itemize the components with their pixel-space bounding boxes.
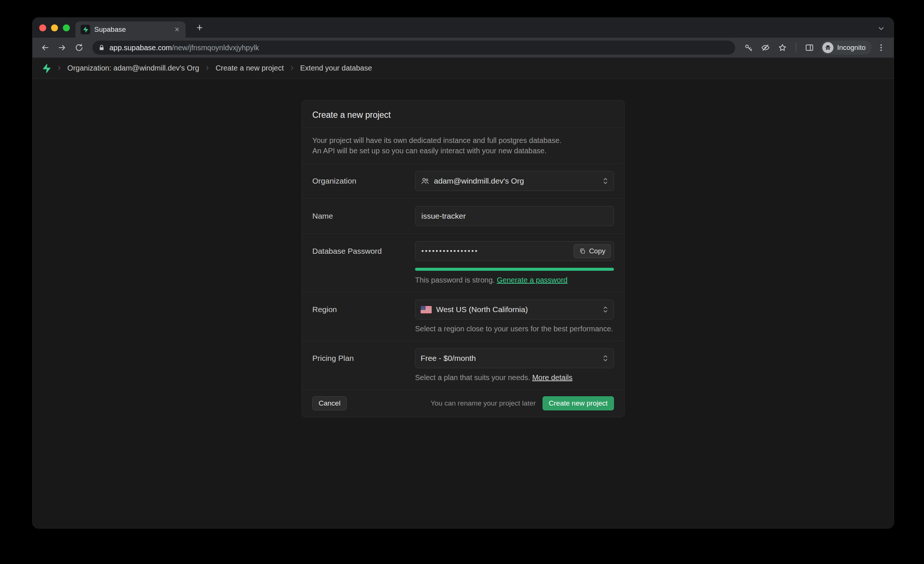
region-value: West US (North California)	[436, 305, 598, 314]
select-caret-icon	[603, 353, 608, 364]
region-select[interactable]: West US (North California)	[415, 299, 614, 320]
back-icon[interactable]	[38, 40, 52, 55]
organization-label: Organization	[312, 171, 415, 191]
breadcrumb: › Organization: adam@windmill.dev's Org …	[33, 58, 894, 79]
create-project-card: Create a new project Your project will h…	[302, 100, 625, 417]
toolbar-divider	[796, 43, 796, 52]
incognito-avatar-icon	[822, 42, 834, 53]
page-background: Create a new project Your project will h…	[33, 79, 894, 528]
password-strength-bar	[415, 268, 614, 271]
copy-icon	[579, 248, 586, 254]
breadcrumb-organization[interactable]: Organization: adam@windmill.dev's Org	[67, 64, 199, 72]
cancel-button[interactable]: Cancel	[312, 396, 346, 410]
zoom-window-button[interactable]	[63, 24, 70, 31]
organization-row: Organization adam@windmill.dev's Org	[302, 164, 624, 199]
name-row: Name	[302, 199, 624, 234]
address-bar[interactable]: app.supabase.com/new/jfnsmqoynldvxjyhpyl…	[92, 40, 735, 55]
pricing-helper-text: Select a plan that suits your needs.	[415, 373, 530, 381]
new-tab-button[interactable]: +	[193, 22, 206, 35]
select-caret-icon	[603, 176, 608, 186]
password-strength-text: This password is strong.	[415, 276, 495, 284]
card-header: Create a new project	[302, 100, 624, 128]
more-details-link[interactable]: More details	[532, 373, 573, 381]
name-label: Name	[312, 206, 415, 226]
create-new-project-button[interactable]: Create new project	[543, 396, 614, 410]
tab-close-icon[interactable]: ×	[172, 25, 182, 34]
copy-password-button[interactable]: Copy	[574, 244, 611, 258]
description-line-2: An API will be set up so you can easily …	[312, 145, 614, 156]
reload-icon[interactable]	[72, 40, 87, 55]
url-path: /new/jfnsmqoynldvxjyhpylk	[172, 43, 259, 52]
side-panel-icon[interactable]	[802, 40, 817, 55]
rename-note: You can rename your project later	[430, 399, 536, 407]
region-helper: Select a region close to your users for …	[415, 325, 614, 333]
browser-window: Supabase × + app.supabase.com/new/jfnsmq…	[33, 18, 894, 528]
users-icon	[421, 177, 429, 186]
eye-off-icon[interactable]	[758, 40, 773, 55]
tab-search-chevron-icon[interactable]	[877, 24, 885, 33]
url-text: app.supabase.com/new/jfnsmqoynldvxjyhpyl…	[110, 43, 259, 52]
chevron-right-icon: ›	[58, 63, 61, 73]
pricing-plan-row: Pricing Plan Free - $0/month Select a pl…	[302, 341, 624, 390]
url-host: app.supabase.com	[110, 43, 172, 52]
password-strength-helper: This password is strong. Generate a pass…	[415, 276, 614, 284]
card-footer: Cancel You can rename your project later…	[302, 390, 624, 417]
pricing-plan-label: Pricing Plan	[312, 348, 415, 382]
us-flag-icon	[421, 306, 432, 314]
forward-icon[interactable]	[55, 40, 69, 55]
pricing-plan-value: Free - $0/month	[421, 354, 598, 363]
copy-button-label: Copy	[589, 247, 605, 255]
browser-toolbar: app.supabase.com/new/jfnsmqoynldvxjyhpyl…	[33, 38, 894, 58]
password-key-icon[interactable]	[741, 40, 756, 55]
database-password-row: Database Password Copy This passwor	[302, 234, 624, 292]
card-description: Your project will have its own dedicated…	[302, 128, 624, 164]
minimize-window-button[interactable]	[51, 24, 58, 31]
incognito-badge[interactable]: Incognito	[820, 40, 872, 55]
organization-select[interactable]: adam@windmill.dev's Org	[415, 171, 614, 191]
breadcrumb-create-project[interactable]: Create a new project	[216, 64, 284, 72]
supabase-favicon-icon	[81, 25, 90, 34]
page-title: Create a new project	[312, 110, 614, 120]
close-window-button[interactable]	[39, 24, 46, 31]
supabase-logo-icon[interactable]	[41, 64, 51, 73]
database-password-label: Database Password	[312, 241, 415, 284]
select-caret-icon	[603, 304, 608, 315]
region-row: Region West US (North California) Select…	[302, 292, 624, 341]
description-line-1: Your project will have its own dedicated…	[312, 135, 614, 145]
browser-tab-supabase[interactable]: Supabase ×	[75, 21, 186, 38]
window-controls	[39, 24, 70, 31]
tab-title: Supabase	[94, 25, 168, 34]
breadcrumb-extend-database[interactable]: Extend your database	[300, 64, 372, 72]
incognito-label: Incognito	[837, 43, 866, 52]
organization-value: adam@windmill.dev's Org	[434, 177, 598, 186]
tab-strip: Supabase × +	[33, 18, 894, 38]
generate-password-link[interactable]: Generate a password	[497, 276, 567, 284]
pricing-plan-select[interactable]: Free - $0/month	[415, 348, 614, 368]
chevron-right-icon: ›	[291, 63, 294, 73]
project-name-input[interactable]	[415, 206, 614, 226]
browser-menu-icon[interactable]	[874, 40, 888, 55]
bookmark-star-icon[interactable]	[775, 40, 790, 55]
lock-icon	[98, 44, 105, 51]
region-label: Region	[312, 299, 415, 333]
pricing-helper: Select a plan that suits your needs. Mor…	[415, 373, 614, 382]
chevron-right-icon: ›	[206, 63, 209, 73]
